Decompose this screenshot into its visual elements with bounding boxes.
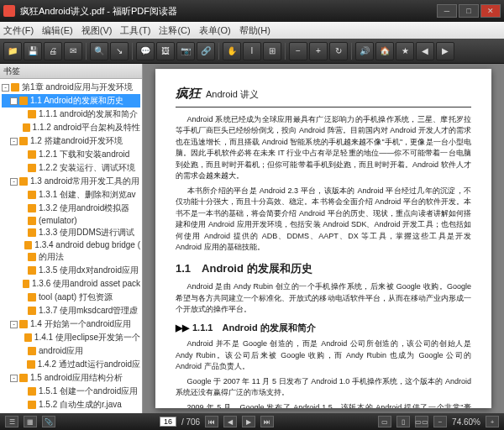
fav-button[interactable]: ★ — [396, 42, 414, 60]
menu-tools[interactable]: 工具(T) — [120, 24, 150, 37]
bookmark-node[interactable]: 1.1.2 android平台架构及特性 — [2, 121, 140, 134]
bookmark-node[interactable]: 1.3.7 使用mksdcard管理虚 — [2, 304, 140, 317]
goto-button[interactable]: ↘ — [110, 42, 129, 60]
status-layers-icon[interactable]: ☰ — [5, 416, 18, 427]
bookmark-node[interactable]: -1.1 Android的发展和历史 — [2, 94, 140, 108]
bookmark-label: 1.4.1 使用eclipse开发第一个 — [34, 332, 140, 343]
menu-forms[interactable]: 表单(O) — [199, 24, 231, 37]
para: Android 并不是 Google 创造的，而是 Android 公司所创造的… — [176, 338, 471, 373]
tree-toggle-icon[interactable]: - — [10, 178, 18, 186]
rotate-button[interactable]: ↻ — [329, 42, 348, 60]
menu-file[interactable]: 文件(F) — [3, 24, 34, 37]
tree-toggle-icon[interactable]: - — [10, 321, 18, 328]
image-button[interactable]: 🖼 — [156, 42, 175, 60]
para: 本书所介绍的平台是 Android 2.3 平台，该版本的 Android 平台… — [176, 186, 471, 254]
bookmark-node[interactable]: 1.1.1 android的发展和简介 — [2, 108, 140, 121]
last-page-button[interactable]: ⏭ — [260, 416, 274, 427]
bookmark-node[interactable]: -1.5 android应用结构分析 — [2, 371, 140, 385]
bookmark-node[interactable]: tool (aapt) 打包资源 — [2, 291, 140, 304]
bookmark-icon — [24, 333, 32, 342]
bookmark-node[interactable]: -1.4 开始第一个android应用 — [2, 317, 140, 331]
first-page-button[interactable]: ⏮ — [205, 416, 218, 427]
bookmark-label: 1.2.1 下载和安装android — [39, 149, 129, 160]
print-button[interactable]: 🖨 — [44, 42, 62, 60]
find-button[interactable]: 🔍 — [90, 42, 108, 60]
bookmark-node[interactable]: 1.5.3 res目录说明 — [2, 412, 140, 413]
menu-bar: 文件(F) 编辑(E) 视图(V) 工具(T) 注释(C) 表单(O) 帮助(H… — [0, 22, 504, 39]
bookmark-node[interactable]: 1.3.6 使用android asset pack — [2, 277, 140, 291]
tree-toggle-icon[interactable]: - — [10, 97, 18, 105]
bookmark-icon — [28, 204, 36, 212]
bookmark-node[interactable]: 1.3.5 使用dx对android应用 — [2, 264, 140, 277]
maximize-button[interactable]: □ — [459, 4, 479, 18]
next-page-button[interactable]: ▶ — [242, 416, 255, 427]
bookmark-node[interactable]: 1.2.1 下载和安装android — [2, 148, 140, 161]
link-button[interactable]: 🔗 — [197, 42, 215, 60]
bookmark-label: 1.3.6 使用android asset pack — [32, 278, 140, 290]
para: Android 系统已经成为全球应用最具有广泛影响力的手机操作系统，三星、摩托罗… — [176, 114, 471, 182]
bookmark-label: 1.3.1 创建、删除和浏览av — [39, 189, 136, 201]
fwd-button[interactable]: ▶ — [436, 42, 454, 60]
bookmark-node[interactable]: 1.3.4 android debug bridge ( — [2, 239, 140, 250]
bookmark-label: 1.5.1 创建一个android应用 — [39, 385, 138, 397]
bookmark-node[interactable]: 1.3.3 使用DDMS进行调试 — [2, 226, 140, 239]
bookmark-node[interactable]: android应用 — [2, 344, 140, 358]
zoomout-button[interactable]: − — [289, 42, 307, 60]
bookmark-node[interactable]: 1.3.2 使用android模拟器 — [2, 202, 140, 215]
fit-button[interactable]: ⊞ — [263, 42, 281, 60]
status-attach-icon[interactable]: 📎 — [42, 416, 55, 427]
prev-page-button[interactable]: ◀ — [223, 416, 237, 427]
document-view[interactable]: 疯狂 Android 讲义 Android 系统已经成为全球应用最具有广泛影响力… — [143, 64, 504, 413]
bookmark-label: 1.4 开始第一个android应用 — [30, 318, 131, 330]
bookmark-node[interactable]: -1.2 搭建android开发环境 — [2, 134, 140, 148]
bookmark-node[interactable]: -1.3 android常用开发工具的用 — [2, 175, 140, 188]
bookmark-node[interactable]: 1.5.2 自动生成的r.java — [2, 398, 140, 412]
bookmark-icon — [28, 387, 36, 396]
bookmark-icon — [27, 360, 35, 369]
close-button[interactable]: ✕ — [480, 4, 501, 18]
bookmark-label: (emulator) — [39, 216, 77, 225]
bookmark-icon — [28, 228, 36, 237]
email-button[interactable]: ✉ — [64, 42, 82, 60]
bookmark-icon — [28, 253, 36, 261]
bookmark-tree[interactable]: -第1章 android应用与开发环境-1.1 Android的发展和历史1.1… — [0, 79, 142, 413]
bookmark-icon — [23, 123, 29, 132]
snapshot-button[interactable]: 📷 — [176, 42, 195, 60]
open-button[interactable]: 📁 — [3, 42, 22, 60]
hand-button[interactable]: ✋ — [223, 42, 241, 60]
volume-button[interactable]: 🔊 — [355, 42, 374, 60]
tree-toggle-icon[interactable]: - — [2, 84, 9, 92]
menu-comments[interactable]: 注释(C) — [159, 24, 190, 37]
page-number-input[interactable]: 16 — [160, 417, 176, 427]
home-button[interactable]: 🏠 — [375, 42, 394, 60]
save-button[interactable]: 💾 — [24, 42, 42, 60]
view-facing-button[interactable]: ▭▭ — [415, 416, 428, 427]
minimize-button[interactable]: ─ — [437, 4, 457, 18]
menu-edit[interactable]: 编辑(E) — [42, 24, 73, 37]
tree-toggle-icon[interactable]: - — [10, 138, 18, 145]
zoom-out-status[interactable]: − — [433, 416, 447, 427]
bookmark-node[interactable]: 的用法 — [2, 250, 140, 264]
bookmark-node[interactable]: 1.4.2 通过adt运行android应 — [2, 358, 140, 371]
zoom-in-status[interactable]: + — [486, 416, 499, 427]
menu-help[interactable]: 帮助(H) — [239, 24, 270, 37]
back-button[interactable]: ◀ — [416, 42, 434, 60]
annot-button[interactable]: 💬 — [136, 42, 155, 60]
bookmark-node[interactable]: 1.2.2 安装运行、调试环境 — [2, 161, 140, 175]
bookmark-node[interactable]: 1.3.1 创建、删除和浏览av — [2, 188, 140, 202]
bookmark-label: 1.3.3 使用DDMS进行调试 — [39, 227, 134, 239]
zoomin-button[interactable]: + — [309, 42, 328, 60]
tree-toggle-icon[interactable]: - — [10, 375, 18, 382]
select-button[interactable]: I — [243, 42, 261, 60]
bookmark-node[interactable]: (emulator) — [2, 215, 140, 226]
view-cont-button[interactable]: ▯ — [396, 416, 410, 427]
status-pages-icon[interactable]: ▦ — [24, 416, 37, 427]
menu-view[interactable]: 视图(V) — [81, 24, 113, 37]
bookmark-node[interactable]: -第1章 android应用与开发环境 — [2, 81, 140, 94]
bookmark-label: 1.3 android常用开发工具的用 — [30, 176, 139, 187]
bookmark-node[interactable]: 1.5.1 创建一个android应用 — [2, 385, 140, 398]
view-single-button[interactable]: ▭ — [378, 416, 391, 427]
para: Google 于 2007 年 11 月 5 日发布了 Android 1.0 … — [176, 376, 471, 399]
bookmark-node[interactable]: 1.4.1 使用eclipse开发第一个 — [2, 331, 140, 344]
bookmark-icon — [19, 97, 28, 105]
